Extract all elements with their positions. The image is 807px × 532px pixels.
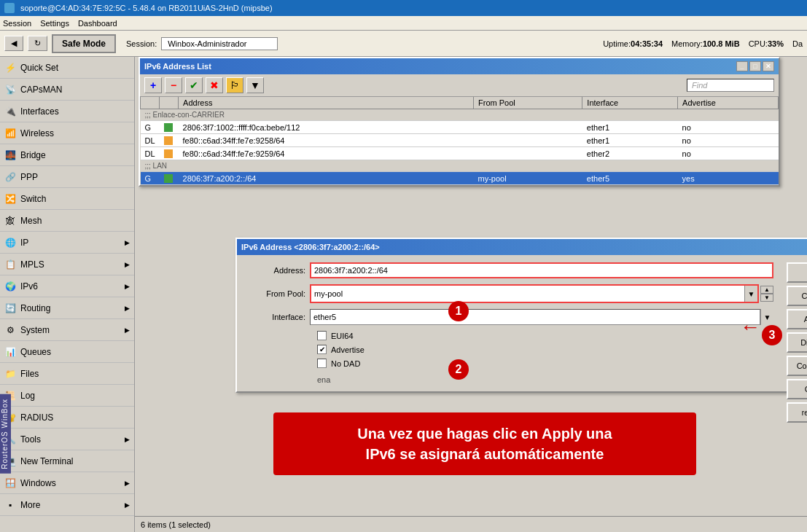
info-banner: Una vez que hagas clic en Apply una IPv6… (273, 412, 696, 475)
sidebar-item-bridge[interactable]: 🌉 Bridge (0, 144, 134, 166)
row-flags: DL (141, 147, 160, 160)
sidebar-item-tools[interactable]: 🔧 Tools (0, 429, 134, 450)
eui64-checkbox[interactable] (317, 331, 327, 340)
sidebar-item-new-terminal[interactable]: 💻 New Terminal (0, 450, 134, 472)
queues-icon: 📊 (4, 346, 16, 358)
from-pool-dropdown[interactable]: my-pool (311, 286, 744, 302)
no-dad-row: No DAD (317, 359, 773, 368)
disable-button[interactable]: Disable (787, 332, 807, 353)
from-pool-arrow[interactable]: ▼ (744, 286, 757, 302)
sidebar-item-mpls[interactable]: 📋 MPLS (0, 254, 134, 275)
eui64-label: EUI64 (331, 332, 354, 340)
table-row[interactable]: G 2806:3f7:1002::ffff:f0ca:bebe/112 ethe… (141, 121, 779, 134)
ipv6-list-window: IPv6 Address List _ □ ✕ + − ✔ ✖ 🏳 ▼ Find (139, 57, 780, 187)
interface-arrow[interactable]: ▼ (760, 309, 773, 325)
apply-button[interactable]: Apply (787, 309, 807, 329)
title-bar: soporte@C4:AD:34:7E:92:5C - 5.48.4 on RB… (0, 0, 807, 16)
sidebar-item-system[interactable]: ⚙ System (0, 319, 134, 341)
annotation-circle-3: 3 (762, 325, 782, 345)
flag-icon (164, 149, 173, 158)
toolbar: ◀ ↻ Safe Mode Session: Winbox-Administra… (0, 31, 807, 57)
back-button[interactable]: ◀ (4, 36, 23, 51)
col-from-pool[interactable]: From Pool (474, 97, 582, 109)
row-interface: ether1 (582, 121, 678, 134)
sidebar-item-files[interactable]: 📁 Files (0, 363, 134, 385)
sidebar-item-more[interactable]: ▪ More (0, 494, 134, 516)
sidebar-item-routing[interactable]: 🔄 Routing (0, 297, 134, 319)
col-flags[interactable] (141, 97, 160, 109)
ip-icon: 🌐 (4, 237, 16, 249)
content-area: IPv6 Address List _ □ ✕ + − ✔ ✖ 🏳 ▼ Find (135, 57, 807, 532)
sidebar-item-queues[interactable]: 📊 Queues (0, 341, 134, 363)
row-pool: my-pool (474, 172, 582, 185)
add-button[interactable]: + (144, 77, 162, 93)
row-pool (474, 121, 582, 134)
minimize-button[interactable]: _ (736, 61, 748, 71)
row-address: fe80::c6ad:34ff:fe7e:9259/64 (179, 147, 474, 160)
files-icon: 📁 (4, 368, 16, 380)
eui64-row: EUI64 (317, 331, 773, 340)
find-input[interactable]: Find (687, 79, 774, 92)
interfaces-icon: 🔌 (4, 106, 16, 117)
advertise-checkbox[interactable]: ✔ (317, 345, 327, 354)
flag-icon (164, 123, 173, 132)
comment-button[interactable]: Comment (787, 356, 807, 376)
pool-up-arrow[interactable]: ▲ (760, 286, 773, 294)
col-address[interactable]: Address (179, 97, 474, 109)
ipv6-list-title: IPv6 Address List (144, 62, 211, 71)
advertise-row: ✔ Advertise (317, 345, 773, 354)
table-row[interactable]: DL fe80::c6ad:34ff:fe7e:9258/64 ether1 n… (141, 134, 779, 147)
col-advertise[interactable]: Advertise (678, 97, 779, 109)
remove-button[interactable]: − (165, 77, 182, 93)
row-address: 2806:3f7:1002::ffff:f0ca:bebe/112 (179, 121, 474, 134)
sidebar-item-ppp[interactable]: 🔗 PPP (0, 166, 134, 188)
ipv6-list-titlebar: IPv6 Address List _ □ ✕ (140, 58, 779, 74)
sidebar-item-interfaces[interactable]: 🔌 Interfaces (0, 101, 134, 122)
forward-button[interactable]: ↻ (28, 36, 47, 51)
sidebar-item-windows[interactable]: 🪟 Windows (0, 472, 134, 494)
sidebar-item-capsman[interactable]: 📡 CAPsMAN (0, 79, 134, 101)
menu-session[interactable]: Session (3, 19, 31, 28)
interface-value: ether5 (313, 313, 336, 321)
system-icon: ⚙ (4, 324, 16, 336)
ipv6-icon: 🌍 (4, 281, 16, 292)
maximize-button[interactable]: □ (749, 61, 761, 71)
flag-button[interactable]: 🏳 (226, 77, 243, 93)
disable-button[interactable]: ✖ (206, 77, 223, 93)
cancel-button[interactable]: Cancel (787, 286, 807, 306)
sidebar-item-ip[interactable]: 🌐 IP (0, 232, 134, 254)
remove-button[interactable]: remove (787, 402, 807, 423)
col-interface[interactable]: Interface (582, 97, 678, 109)
memory-label: Memory:100.8 MiB (671, 39, 740, 48)
copy-button[interactable]: Copy (787, 379, 807, 399)
sidebar-item-switch[interactable]: 🔀 Switch (0, 188, 134, 210)
ipv6-dialog-titlebar: IPv6 Address <2806:3f7:a200:2::/64> _ ✕ (237, 239, 807, 255)
address-input[interactable] (310, 262, 773, 278)
menu-settings[interactable]: Settings (40, 19, 69, 28)
list-toolbar: + − ✔ ✖ 🏳 ▼ Find (140, 74, 779, 97)
sidebar-item-radius[interactable]: 🔐 RADIUS (0, 407, 134, 429)
ppp-icon: 🔗 (4, 171, 16, 183)
ok-button[interactable]: OK (787, 262, 807, 283)
menu-dashboard[interactable]: Dashboard (78, 19, 117, 28)
table-row[interactable]: DL fe80::c6ad:34ff:fe7e:9259/64 ether2 n… (141, 147, 779, 160)
no-dad-checkbox[interactable] (317, 359, 327, 368)
close-button[interactable]: ✕ (763, 61, 774, 71)
interface-dropdown[interactable]: ether5 (310, 309, 760, 325)
table-row-selected[interactable]: G 2806:3f7:a200:2::/64 my-pool ether5 ye… (141, 172, 779, 185)
filter-button[interactable]: ▼ (246, 77, 264, 93)
sidebar-item-quick-set[interactable]: ⚡ Quick Set (0, 57, 134, 79)
sidebar-item-log[interactable]: 📜 Log (0, 385, 134, 407)
sidebar-item-ipv6[interactable]: 🌍 IPv6 (0, 275, 134, 297)
safe-mode-button[interactable]: Safe Mode (52, 34, 116, 53)
pool-down-arrow[interactable]: ▼ (760, 294, 773, 302)
session-value: Winbox-Administrador (161, 37, 278, 50)
mpls-icon: 📋 (4, 259, 16, 270)
sidebar-item-mesh[interactable]: 🕸 Mesh (0, 210, 134, 232)
row-interface: ether2 (582, 147, 678, 160)
ipv6-address-dialog: IPv6 Address <2806:3f7:a200:2::/64> _ ✕ … (235, 238, 807, 393)
col-icon[interactable] (160, 97, 179, 109)
enable-button[interactable]: ✔ (185, 77, 203, 93)
row-flags: G (141, 172, 160, 185)
sidebar-item-wireless[interactable]: 📶 Wireless (0, 122, 134, 144)
